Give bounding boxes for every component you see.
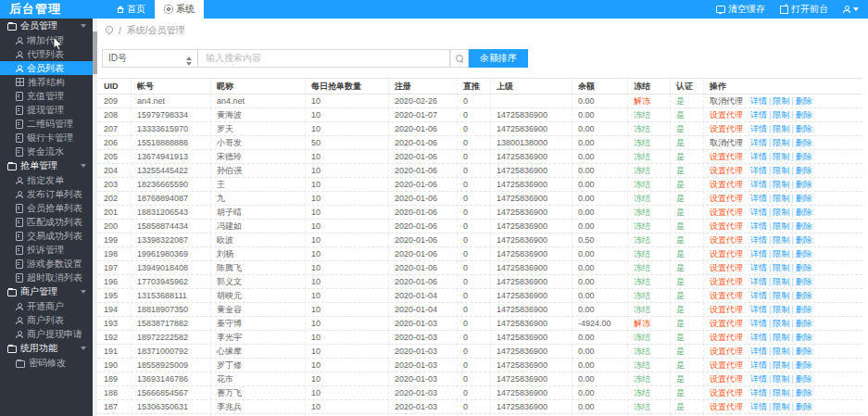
limit-link[interactable]: 限制: [773, 319, 789, 328]
delete-link[interactable]: 删除: [796, 402, 812, 411]
limit-link[interactable]: 限制: [773, 263, 789, 272]
freeze-action-link[interactable]: 冻结: [634, 235, 650, 245]
freeze-action-link[interactable]: 冻结: [634, 388, 650, 397]
sidebar-scrollbar-thumb[interactable]: [93, 32, 97, 74]
limit-link[interactable]: 限制: [773, 291, 789, 300]
details-link[interactable]: 详情: [750, 388, 767, 397]
details-link[interactable]: 详情: [750, 152, 767, 161]
freeze-action-link[interactable]: 冻结: [634, 180, 650, 189]
details-link[interactable]: 详情: [750, 291, 767, 300]
freeze-action-link[interactable]: 冻结: [634, 402, 650, 411]
details-link[interactable]: 详情: [750, 166, 767, 175]
agent-action-link[interactable]: 取消代理: [710, 136, 750, 149]
freeze-action-link[interactable]: 冻结: [634, 291, 650, 300]
clear-cache-button[interactable]: 清空缓存: [716, 3, 765, 16]
sidebar-item[interactable]: 匹配成功列表: [0, 215, 93, 229]
agent-action-link[interactable]: 设置代理: [710, 108, 750, 121]
delete-link[interactable]: 删除: [796, 263, 812, 272]
delete-link[interactable]: 删除: [796, 110, 812, 120]
agent-action-link[interactable]: 设置代理: [710, 289, 750, 302]
delete-link[interactable]: 删除: [796, 194, 812, 203]
sidebar-item[interactable]: 密码修改: [0, 356, 93, 370]
sidebar-group-header[interactable]: 商户管理: [0, 284, 93, 299]
agent-action-link[interactable]: 设置代理: [710, 206, 750, 219]
details-link[interactable]: 详情: [750, 402, 767, 411]
delete-link[interactable]: 删除: [796, 374, 812, 384]
limit-link[interactable]: 限制: [773, 180, 789, 189]
limit-link[interactable]: 限制: [773, 249, 789, 258]
details-link[interactable]: 详情: [750, 319, 767, 328]
freeze-action-link[interactable]: 冻结: [634, 221, 650, 231]
delete-link[interactable]: 删除: [796, 138, 812, 147]
limit-link[interactable]: 限制: [773, 235, 789, 245]
sidebar-item[interactable]: 游戏参数设置: [0, 257, 93, 271]
sidebar-group-header[interactable]: 抢单管理: [0, 158, 93, 173]
limit-link[interactable]: 限制: [773, 388, 789, 397]
agent-action-link[interactable]: 设置代理: [710, 233, 750, 246]
sidebar-item[interactable]: 代理列表: [0, 47, 93, 61]
delete-link[interactable]: 删除: [796, 166, 812, 175]
limit-link[interactable]: 限制: [773, 194, 789, 203]
sidebar-group-header[interactable]: 统用功能: [0, 341, 93, 356]
tab-system[interactable]: 系统: [155, 0, 204, 19]
sidebar-item[interactable]: 超时取消列表: [0, 271, 93, 284]
details-link[interactable]: 详情: [750, 208, 767, 217]
agent-action-link[interactable]: 设置代理: [710, 122, 750, 135]
filter-select[interactable]: ID号: [102, 49, 198, 68]
details-link[interactable]: 详情: [750, 221, 767, 231]
tab-home[interactable]: 首页: [107, 0, 155, 19]
details-link[interactable]: 详情: [750, 249, 767, 258]
limit-link[interactable]: 限制: [773, 333, 789, 342]
freeze-action-link[interactable]: 冻结: [634, 360, 650, 370]
sidebar-item[interactable]: 推荐结构: [0, 75, 93, 89]
limit-link[interactable]: 限制: [773, 374, 789, 384]
limit-link[interactable]: 限制: [773, 208, 789, 217]
freeze-action-link[interactable]: 冻结: [634, 249, 650, 258]
limit-link[interactable]: 限制: [773, 221, 789, 231]
details-link[interactable]: 详情: [750, 347, 767, 356]
sidebar-item[interactable]: 充值管理: [0, 89, 93, 103]
delete-link[interactable]: 删除: [796, 152, 812, 161]
sidebar-item[interactable]: 发布订单列表: [0, 187, 93, 201]
freeze-action-link[interactable]: 冻结: [634, 263, 650, 272]
delete-link[interactable]: 删除: [796, 347, 812, 356]
sidebar-item[interactable]: 会员列表: [0, 61, 93, 75]
freeze-action-link[interactable]: 冻结: [634, 333, 650, 342]
agent-action-link[interactable]: 设置代理: [710, 400, 750, 413]
delete-link[interactable]: 删除: [796, 305, 812, 314]
delete-link[interactable]: 删除: [796, 124, 812, 133]
details-link[interactable]: 详情: [750, 124, 767, 133]
freeze-action-link[interactable]: 解冻: [634, 96, 650, 106]
sidebar-item[interactable]: 指定发单: [0, 173, 93, 187]
sidebar-item[interactable]: 银行卡管理: [0, 131, 93, 145]
agent-action-link[interactable]: 设置代理: [710, 317, 750, 330]
balance-sort-button[interactable]: 余额排序: [469, 49, 528, 68]
freeze-action-link[interactable]: 冻结: [634, 277, 650, 286]
freeze-action-link[interactable]: 冻结: [634, 305, 650, 314]
details-link[interactable]: 详情: [750, 235, 767, 245]
agent-action-link[interactable]: 设置代理: [710, 331, 750, 344]
details-link[interactable]: 详情: [750, 110, 767, 120]
details-link[interactable]: 详情: [750, 305, 767, 314]
sidebar-item[interactable]: 商户提现申请: [0, 327, 93, 341]
agent-action-link[interactable]: 设置代理: [710, 150, 750, 163]
delete-link[interactable]: 删除: [796, 180, 812, 189]
limit-link[interactable]: 限制: [773, 277, 789, 286]
sidebar-item[interactable]: 资金流水: [0, 145, 93, 158]
freeze-action-link[interactable]: 冻结: [634, 166, 650, 175]
freeze-action-link[interactable]: 冻结: [634, 374, 650, 384]
sidebar-item[interactable]: 会员抢单列表: [0, 201, 93, 215]
limit-link[interactable]: 限制: [773, 138, 789, 147]
open-front-button[interactable]: 打开前台: [780, 3, 828, 16]
freeze-action-link[interactable]: 冻结: [634, 208, 650, 217]
freeze-action-link[interactable]: 冻结: [634, 110, 650, 120]
sidebar-group-header[interactable]: 会员管理: [0, 19, 93, 33]
limit-link[interactable]: 限制: [773, 166, 789, 175]
sidebar-item[interactable]: 二维码管理: [0, 117, 93, 131]
delete-link[interactable]: 删除: [796, 208, 812, 217]
freeze-action-link[interactable]: 冻结: [634, 124, 650, 133]
limit-link[interactable]: 限制: [773, 110, 789, 120]
delete-link[interactable]: 删除: [796, 319, 812, 328]
freeze-action-link[interactable]: 冻结: [634, 194, 650, 203]
sidebar-item[interactable]: 增加代理: [0, 33, 93, 47]
